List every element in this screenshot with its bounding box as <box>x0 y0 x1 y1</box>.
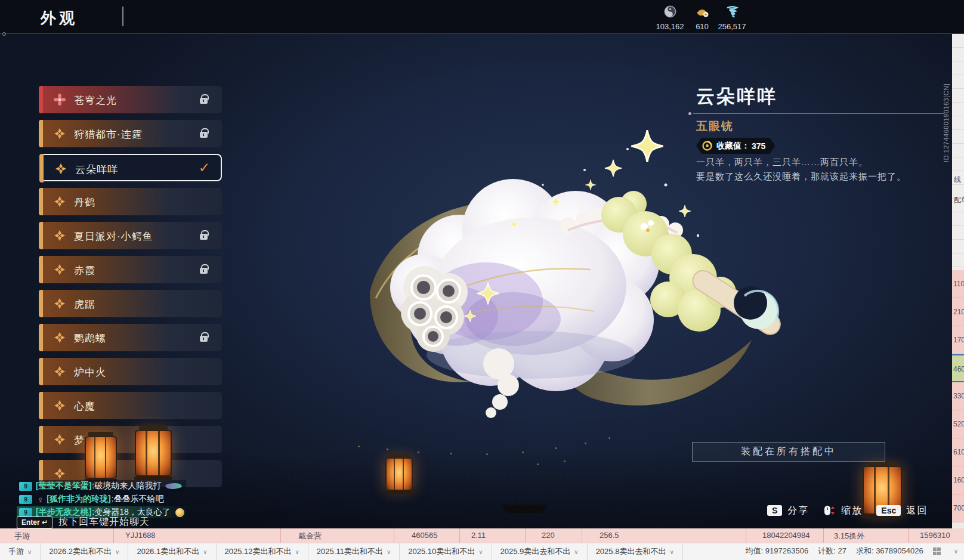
sheet-tab[interactable]: 2025.9卖出去和不出∨ <box>492 543 588 560</box>
sidebar-item-mengyan[interactable]: 梦魇 <box>39 426 222 453</box>
spreadsheet-cell: 460565 <box>412 531 437 540</box>
cell-border <box>113 528 114 543</box>
avg-value: 9197263506 <box>765 546 808 555</box>
sparkle-dot <box>418 451 419 453</box>
spreadsheet-cell: 220 <box>542 531 555 540</box>
four-petal-icon <box>54 128 66 140</box>
count-value: 27 <box>838 546 846 555</box>
sheet-tab[interactable]: 2025.8卖出去和不出∨ <box>588 543 683 560</box>
currency-tael[interactable]: 103,162 <box>651 5 688 31</box>
chat-sender-name[interactable]: [狐作非为的玲珑] <box>47 494 110 505</box>
page-title: 外观 <box>41 8 78 29</box>
four-petal-icon <box>54 468 66 479</box>
four-petal-icon <box>55 163 67 175</box>
title-divider <box>122 7 123 26</box>
four-petal-icon <box>54 298 66 310</box>
chat-input-prompt[interactable]: Enter ↵ 按下回车键开始聊天 <box>17 516 150 528</box>
tael-coin-icon <box>663 5 677 18</box>
spreadsheet-data-row: 手游 YJJ1688 戴金营 460565 2.11 220 256.5 180… <box>0 528 964 543</box>
spreadsheet-cell: 160 <box>952 466 964 494</box>
floating-lantern <box>85 436 117 479</box>
chevron-down-icon: ∨ <box>574 549 578 555</box>
cell-border <box>582 528 582 543</box>
lock-icon <box>200 268 208 274</box>
chat-channel-icon: 9 <box>19 482 32 491</box>
spreadsheet-cell: 手游 <box>14 531 30 542</box>
sheet-tab[interactable]: 2026.2卖出和不出∨ <box>41 543 128 560</box>
sidebar-item-chixia[interactable]: 赤霞 <box>39 256 222 283</box>
sparkle-dot <box>608 437 610 439</box>
chat-message-text: :破境劫来人陪我打 <box>92 481 161 491</box>
sheet-nav-mobile-games[interactable]: 手游∨ <box>0 543 41 560</box>
sheet-tab[interactable]: 2025.11卖出和不出∨ <box>308 543 400 560</box>
chevron-down-icon[interactable]: ∨ <box>954 548 958 555</box>
chevron-down-icon: ∨ <box>27 549 32 555</box>
count-label: 计数: <box>818 546 836 555</box>
sidebar-item-danhe[interactable]: 丹鹤 <box>39 188 222 215</box>
zoom-button[interactable]: 缩放 <box>841 505 863 517</box>
top-bar: 外观 103,162 610 256,517 <box>0 0 964 34</box>
sidebar-item-shoulie[interactable]: 狩猎都市·连霆 <box>39 120 222 147</box>
spreadsheet-cell: 610 <box>952 438 964 466</box>
background-spreadsheet-column: 线 配单 110 210 170 460 330 520 610 160 700 <box>952 34 964 528</box>
cell-border <box>394 528 394 543</box>
spreadsheet-cell: 256.5 <box>600 531 619 540</box>
sidebar-item-luzhonghuo[interactable]: 炉中火 <box>39 358 222 385</box>
spreadsheet-cell: 110 <box>952 270 964 298</box>
floating-lantern <box>385 457 413 491</box>
chevron-down-icon: ∨ <box>669 549 673 555</box>
sum-label: 求和: <box>856 546 874 555</box>
item-accent-bar <box>39 120 43 147</box>
top-bar-dot <box>2 32 6 36</box>
chat-prompt-label: 按下回车键开始聊天 <box>58 516 150 528</box>
sidebar-item-label: 虎踞 <box>74 298 95 311</box>
sidebar-item-label: 狩猎都市·连霆 <box>74 128 143 141</box>
sheet-tab[interactable]: 2025.10卖出和不出∨ <box>400 543 492 560</box>
check-icon: ✓ <box>199 160 210 176</box>
cell-border <box>746 528 746 543</box>
item-accent-bar <box>39 154 44 182</box>
esc-keycap: Esc <box>876 505 901 516</box>
four-petal-icon <box>54 400 66 412</box>
sheet-tab[interactable]: 2025.12卖出和不出∨ <box>217 543 308 560</box>
four-petal-icon <box>54 434 66 445</box>
back-button[interactable]: 返回 <box>906 505 928 517</box>
share-button[interactable]: 分享 <box>787 505 809 517</box>
floating-lantern <box>135 430 172 477</box>
four-petal-icon <box>54 230 66 242</box>
sidebar-item-yingwuluo[interactable]: 鹦鹉螺 <box>39 324 222 351</box>
four-petal-icon <box>54 264 66 276</box>
sidebar-item-huju[interactable]: 虎踞 <box>39 290 222 317</box>
item-accent-bar <box>39 222 43 249</box>
chat-panel: 9 [莹莹不是笨蛋] :破境劫来人陪我打 9 ♀ [狐作非为的玲珑] :叠叠乐不… <box>17 480 189 519</box>
sparkle-dot <box>387 448 388 450</box>
item-accent-bar <box>39 256 43 283</box>
sidebar-item-cangqiongzhiguang[interactable]: 苍穹之光 <box>39 86 222 113</box>
chevron-down-icon: ∨ <box>478 549 483 555</box>
chat-message-row[interactable]: 9 ♀ [狐作非为的玲珑] :叠叠乐不给吧 <box>17 493 168 505</box>
sheet-tab[interactable]: 2026.1卖出和不出∨ <box>128 543 216 560</box>
sidebar-item-xiaoeyu[interactable]: 夏日派对·小鳄鱼 <box>39 222 222 249</box>
chat-sender-name[interactable]: [莹莹不是笨蛋] <box>36 481 91 491</box>
item-accent-bar <box>39 426 43 453</box>
currency-spiral-jade[interactable]: 256,517 <box>713 5 750 31</box>
currency-value: 103,162 <box>651 22 688 31</box>
lock-icon <box>200 336 208 342</box>
spreadsheet-cell: 戴金营 <box>298 531 322 542</box>
chat-message-row[interactable]: 9 [莹莹不是笨蛋] :破境劫来人陪我打 <box>17 480 186 492</box>
footer-buttons: S 分享 缩放 Esc 返回 <box>767 504 936 517</box>
spreadsheet-partial-label: 配单 <box>954 195 964 205</box>
gold-ingot-icon <box>695 5 709 18</box>
currency-value: 256,517 <box>713 22 750 31</box>
grid-view-icon[interactable] <box>933 547 941 555</box>
sidebar-item-xinmo[interactable]: 心魔 <box>39 392 222 419</box>
weapon-model-cloud-sheep[interactable] <box>334 113 871 453</box>
spreadsheet-cell: YJJ1688 <box>125 531 156 540</box>
mouse-zoom-icon <box>823 504 836 517</box>
chat-channel-icon: 9 <box>19 495 32 504</box>
cell-border <box>280 528 281 543</box>
sidebar-item-yunduomiemie-selected[interactable]: 云朵咩咩 ✓ <box>39 154 222 181</box>
spreadsheet-cell: 1596310 <box>920 531 950 540</box>
chevron-down-icon: ∨ <box>295 549 299 555</box>
spreadsheet-cell: 170 <box>952 326 964 354</box>
